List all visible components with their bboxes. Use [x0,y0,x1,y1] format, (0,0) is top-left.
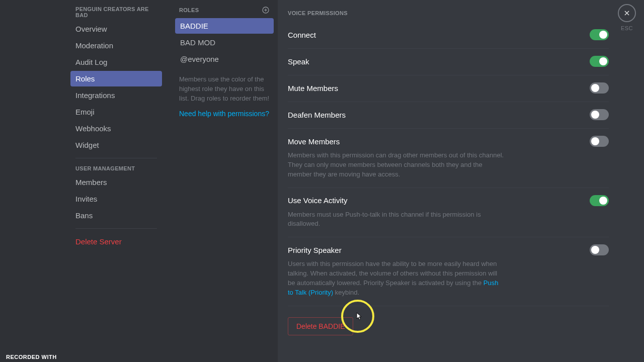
perm-description: Members must use Push-to-talk in this ch… [288,210,504,229]
server-settings-sidebar: PENGUIN CREATORS ARE BAD Overview Modera… [0,0,171,362]
roles-hint-text: Members use the color of the highest rol… [175,68,274,104]
app-root: PENGUIN CREATORS ARE BAD Overview Modera… [0,0,644,362]
perm-title: Move Members [288,137,340,146]
perm-title: Speak [288,57,309,66]
perm-title: Mute Members [288,84,338,93]
watermark-text: RECORDED WITH [6,354,57,360]
toggle-move-members[interactable] [590,136,609,147]
user-management-header: USER MANAGEMENT [70,163,162,174]
perm-priority-speaker: Priority Speaker Users with this permiss… [288,237,609,306]
roles-column: ROLES BADDIE BAD MOD @everyone Members u… [171,0,278,362]
close-icon [623,9,631,17]
perm-title: Deafen Members [288,111,346,119]
close-label: ESC [621,25,633,31]
sidebar-item-widget[interactable]: Widget [70,137,162,153]
perm-description: Users with this permission have the abil… [288,259,504,297]
divider [75,228,157,229]
role-item-everyone[interactable]: @everyone [175,51,274,67]
perm-title: Use Voice Activity [288,196,347,205]
permissions-help-link[interactable]: Need help with permissions? [175,104,274,118]
perm-use-voice-activity: Use Voice Activity Members must use Push… [288,188,609,238]
sidebar-item-bans[interactable]: Bans [70,208,162,223]
perm-description: Members with this permission can drag ot… [288,151,504,179]
role-item-bad-mod[interactable]: BAD MOD [175,35,274,50]
delete-role-button[interactable]: Delete BADDIE [288,317,353,335]
sidebar-item-overview[interactable]: Overview [70,21,162,37]
close-settings: ESC [618,4,636,31]
sidebar-item-invites[interactable]: Invites [70,191,162,207]
perm-speak: Speak [288,49,609,75]
sidebar-item-webhooks[interactable]: Webhooks [70,121,162,136]
add-role-icon[interactable] [262,6,270,14]
toggle-mute-members[interactable] [590,82,609,94]
perm-mute-members: Mute Members [288,75,609,102]
sidebar-item-moderation[interactable]: Moderation [70,38,162,53]
sidebar-item-integrations[interactable]: Integrations [70,87,162,103]
toggle-deafen-members[interactable] [590,109,609,120]
server-name-header: PENGUIN CREATORS ARE BAD [70,4,162,21]
toggle-priority-speaker[interactable] [590,244,609,255]
perm-title: Priority Speaker [288,246,342,254]
role-item-baddie[interactable]: BADDIE [175,18,274,34]
perm-title: Connect [288,31,316,39]
toggle-speak[interactable] [590,56,609,67]
permissions-panel: VOICE PERMISSIONS Connect Speak Mute Mem… [278,0,644,362]
voice-permissions-header: VOICE PERMISSIONS [288,10,609,16]
sidebar-item-roles[interactable]: Roles [70,71,162,86]
perm-connect: Connect [288,22,609,49]
sidebar-item-members[interactable]: Members [70,174,162,190]
toggle-connect[interactable] [590,29,609,40]
divider [75,158,157,158]
sidebar-item-audit-log[interactable]: Audit Log [70,54,162,70]
toggle-voice-activity[interactable] [590,195,609,206]
perm-move-members: Move Members Members with this permissio… [288,129,609,188]
close-button[interactable] [618,4,636,22]
sidebar-item-emoji[interactable]: Emoji [70,104,162,120]
perm-description-text: keybind. [333,289,359,296]
perm-description-text: Users with this permission have the abil… [288,260,497,287]
delete-server-button[interactable]: Delete Server [70,234,162,249]
roles-header-label: ROLES [179,7,199,13]
perm-deafen-members: Deafen Members [288,102,609,129]
